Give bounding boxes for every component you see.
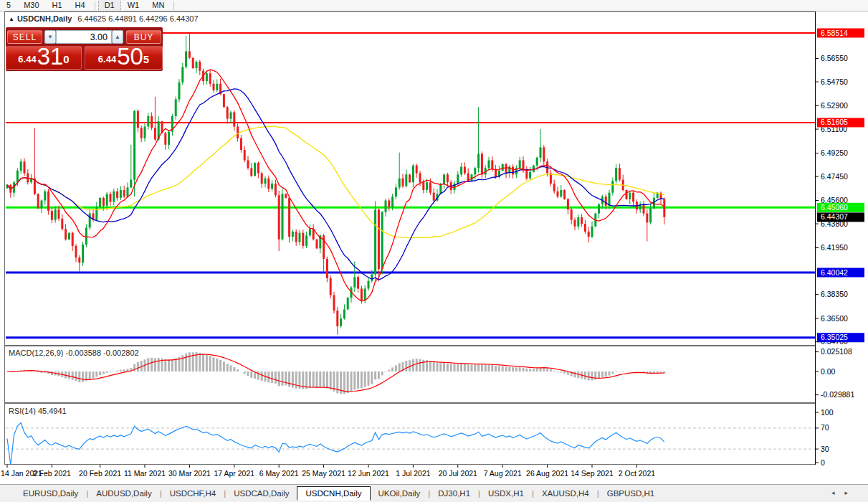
sell-price-prefix: 6.44 [18, 52, 36, 67]
level-price-label: 6.35025 [817, 333, 864, 342]
svg-text:6.45060: 6.45060 [821, 203, 848, 212]
svg-text:6.47450: 6.47450 [821, 172, 848, 181]
tab-separator: | [532, 489, 534, 498]
collapse-triangle-icon[interactable]: ▲ [9, 16, 14, 22]
svg-text:6.58514: 6.58514 [821, 29, 848, 37]
svg-text:6.44307: 6.44307 [821, 212, 848, 221]
svg-text:1 Jul 2021: 1 Jul 2021 [396, 469, 431, 478]
tab-separator: | [160, 489, 162, 498]
buy-button[interactable]: BUY [126, 30, 161, 44]
svg-text:6 May 2021: 6 May 2021 [259, 469, 299, 478]
chart-tab-usdcad[interactable]: USDCAD,Daily [226, 487, 296, 500]
svg-text:6.38350: 6.38350 [821, 290, 848, 298]
sell-button[interactable]: SELL [7, 30, 42, 44]
level-price-label: 6.45060 [817, 203, 864, 212]
macd-signal-line [7, 354, 664, 392]
date-axis: 14 Jan 20212 Feb 202120 Feb 202111 Mar 2… [1, 465, 655, 478]
timeframe-button-d1[interactable]: D1 [98, 0, 121, 11]
toolbar-separator [95, 1, 95, 10]
svg-text:7 Aug 2021: 7 Aug 2021 [484, 469, 522, 478]
chart-tab-bar: EURUSD,Daily|AUDUSD,Daily|USDCHF,H4|USDC… [0, 484, 868, 502]
tab-separator: | [478, 489, 480, 498]
terminal-window: 5M30H1H4D1W1MN 6.565506.547506.529006.51… [0, 0, 868, 502]
trade-panel-controls: SELL ▼ ▲ BUY [6, 30, 163, 44]
toolbar-separator [173, 1, 174, 10]
timeframe-button-h4[interactable]: H4 [69, 0, 92, 11]
svg-text:2 Feb 2021: 2 Feb 2021 [33, 469, 71, 478]
volume-decrease-button[interactable]: ▼ [44, 30, 56, 44]
tab-separator: | [224, 489, 226, 498]
volume-input[interactable] [56, 30, 112, 44]
volume-increase-button[interactable]: ▲ [112, 30, 123, 44]
svg-text:11 Mar 2021: 11 Mar 2021 [124, 469, 166, 478]
chart-frame: 6.565506.547506.529006.511006.492506.474… [0, 11, 868, 483]
current-price-label: 6.44307 [817, 212, 864, 222]
svg-text:100: 100 [821, 408, 834, 417]
sell-price-big-digits: 31 [37, 46, 64, 67]
svg-text:6.51605: 6.51605 [821, 118, 848, 126]
chart-tab-ukoil[interactable]: UKOil,Daily [371, 487, 427, 500]
level-price-label: 6.58514 [817, 29, 864, 38]
price-axis: 6.565506.547506.529006.511006.492506.474… [816, 29, 864, 467]
svg-text:0: 0 [821, 458, 825, 467]
sell-price-quote[interactable]: 6.44 31 0 [6, 46, 82, 70]
svg-text:25 May 2021: 25 May 2021 [302, 469, 345, 478]
chart-ohlc-values: 6.44625 6.44891 6.44296 6.44307 [77, 14, 198, 23]
level-price-label: 6.51605 [817, 118, 864, 127]
svg-text:6.40042: 6.40042 [821, 268, 848, 277]
svg-text:20 Feb 2021: 20 Feb 2021 [79, 469, 121, 478]
chart-symbol: USDCNH,Daily [17, 14, 72, 23]
svg-text:30: 30 [821, 445, 829, 453]
svg-text:2 Oct 2021: 2 Oct 2021 [619, 469, 656, 478]
ma-medium-line [7, 89, 664, 280]
level-price-label: 6.40042 [817, 268, 864, 278]
timeframe-toolbar: 5M30H1H4D1W1MN [0, 0, 868, 11]
one-click-trading-panel: SELL ▼ ▲ BUY 6.44 31 0 6.44 50 5 [6, 27, 163, 71]
svg-text:14 Sep 2021: 14 Sep 2021 [571, 469, 614, 478]
candlesticks [6, 33, 666, 335]
macd-histogram [7, 352, 664, 394]
chart-tab-usdcnh[interactable]: USDCNH,Daily [297, 486, 371, 501]
chart-tab-usdchf[interactable]: USDCHF,H4 [163, 487, 224, 500]
timeframe-button-m30[interactable]: M30 [17, 0, 45, 11]
svg-text:6.54750: 6.54750 [821, 77, 848, 86]
svg-text:6.52900: 6.52900 [821, 101, 848, 110]
timeframe-button-mn[interactable]: MN [146, 0, 171, 11]
rsi-pane-content [6, 423, 815, 465]
tab-separator: | [86, 489, 88, 498]
chart-tab-eurusd[interactable]: EURUSD,Daily [16, 487, 85, 500]
svg-text:70: 70 [821, 423, 829, 432]
svg-text:6.41950: 6.41950 [821, 243, 848, 252]
svg-text:17 Apr 2021: 17 Apr 2021 [214, 469, 254, 478]
tab-scroll-right-icon[interactable]: ▸ [844, 489, 858, 496]
timeframe-button-5[interactable]: 5 [0, 0, 17, 11]
buy-price-big-digits: 50 [117, 46, 143, 67]
svg-text:30 Mar 2021: 30 Mar 2021 [168, 469, 211, 478]
chart-tab-dj30[interactable]: DJ30,H1 [431, 487, 477, 500]
tab-separator: | [428, 489, 430, 498]
chart-tab-xauusd[interactable]: XAUUSD,H4 [535, 487, 596, 500]
svg-text:26 Aug 2021: 26 Aug 2021 [526, 469, 568, 478]
svg-text:6.35025: 6.35025 [821, 333, 848, 341]
tab-scroll-arrows[interactable]: ◂▸ [831, 489, 858, 496]
chart-tab-gbpusd[interactable]: GBPUSD,H1 [600, 487, 662, 500]
buy-price-pip-digit: 5 [143, 47, 149, 72]
svg-text:6.36500: 6.36500 [821, 314, 848, 323]
chart-title: ▲USDCNH,Daily6.44625 6.44891 6.44296 6.4… [9, 14, 199, 23]
ma-fast-line [7, 70, 664, 301]
svg-text:6.56550: 6.56550 [821, 54, 848, 62]
timeframe-button-h1[interactable]: H1 [46, 0, 69, 11]
chart-canvas[interactable]: 6.565506.547506.529006.511006.492506.474… [0, 11, 868, 502]
tab-separator: | [597, 489, 599, 498]
buy-price-quote[interactable]: 6.44 50 5 [85, 46, 163, 70]
timeframe-button-w1[interactable]: W1 [121, 0, 146, 11]
chart-tab-usdx[interactable]: USDX,H1 [481, 487, 531, 500]
svg-text:0.025108: 0.025108 [821, 347, 852, 356]
sell-price-pip-digit: 0 [63, 47, 69, 72]
svg-text:0.00: 0.00 [821, 367, 836, 376]
chart-tab-audusd[interactable]: AUDUSD,Daily [89, 487, 158, 500]
tab-scroll-left-icon[interactable]: ◂ [831, 489, 845, 496]
svg-text:12 Jun 2021: 12 Jun 2021 [348, 469, 389, 478]
svg-text:-0.029881: -0.029881 [821, 390, 854, 399]
buy-price-prefix: 6.44 [98, 52, 116, 67]
